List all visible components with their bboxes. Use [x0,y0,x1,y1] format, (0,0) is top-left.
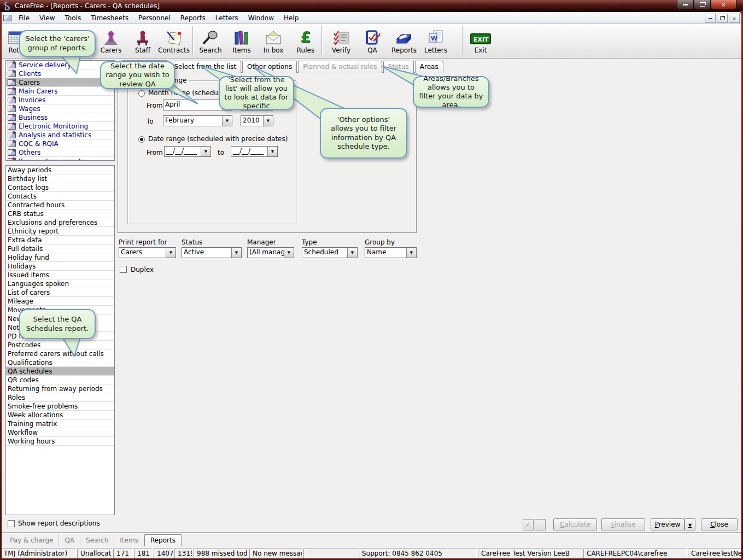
report-item[interactable]: Qualifications [6,358,114,367]
report-item[interactable]: Extra data [6,236,114,244]
group-item[interactable]: Business [6,113,114,122]
group-item[interactable]: Main Carers [6,87,114,96]
menu-window[interactable]: Window [243,13,279,23]
report-item[interactable]: Full details [6,244,114,253]
report-item[interactable]: Week allocations [6,411,114,419]
menu-tools[interactable]: Tools [60,13,86,23]
toolbar-contracts-button[interactable]: Contracts [158,26,190,56]
status-combobox[interactable]: Active ▼ [182,247,242,258]
module-tab-qa[interactable]: QA [59,535,80,546]
report-item[interactable]: Birthday list [6,174,114,183]
toolbar-staff-button[interactable]: Staff [127,26,159,56]
mdi-restore-button[interactable] [717,14,728,23]
group-item[interactable]: CQC & RQIA [6,139,114,148]
report-item[interactable]: Holidays [6,262,114,271]
menu-view[interactable]: View [34,13,60,23]
menu-letters[interactable]: Letters [210,13,243,23]
report-group-icon [8,71,16,77]
checklist-icon [325,26,357,45]
date-from-combobox[interactable]: __/__/____ ▼ [164,146,211,157]
toolbar-items-button[interactable]: Items [226,26,258,56]
report-item[interactable]: Contact logs [6,183,114,192]
restore-button[interactable] [694,0,711,9]
print-report-for-combobox[interactable]: Carers ▼ [119,247,176,258]
report-item[interactable]: List of carers [6,288,114,297]
report-item[interactable]: Mileage [6,297,114,306]
report-item[interactable]: Contacts [6,192,114,201]
report-item[interactable]: Away periods [6,166,114,174]
menu-personnel[interactable]: Personnel [133,13,175,23]
report-item[interactable]: Languages spoken [6,279,114,288]
chevron-down-icon: ▼ [201,147,210,156]
report-item[interactable]: Postcodes [6,341,114,349]
report-item[interactable]: Training matrix [6,419,114,428]
date-to-combobox[interactable]: __/__/____ ▼ [231,146,278,157]
group-item[interactable]: Wages [6,104,114,113]
chevron-down-icon: ▼ [406,248,416,258]
group-item-selected[interactable]: Carers [6,78,114,87]
toolbar-exit-button[interactable]: EXIT Exit [465,26,496,56]
show-report-descriptions-checkbox[interactable] [8,520,15,527]
date-range-radio[interactable] [138,136,145,143]
report-item[interactable]: Working hours [6,437,114,446]
toolbar-label: Search [195,46,226,54]
close-button[interactable]: × [711,0,736,9]
group-item[interactable]: Electronic Monitoring [6,122,114,131]
module-tab-pay-charge[interactable]: Pay & charge [4,535,59,546]
report-item[interactable]: Exclusions and preferences [6,218,114,227]
tab-other-options[interactable]: Other options [242,61,297,73]
toolbar-verify-button[interactable]: Verify [325,26,357,56]
report-item[interactable]: Issued items [6,271,114,279]
toolbar-letters-button[interactable]: W Letters [420,26,452,56]
toolbar-inbox-button[interactable]: In box [258,26,289,56]
group-item[interactable]: Invoices [6,96,114,104]
report-item[interactable]: QR codes [6,376,114,384]
type-combobox[interactable]: Scheduled ▼ [302,247,358,258]
minimize-button[interactable] [677,0,694,9]
report-item[interactable]: Roles [6,393,114,402]
preview-dropdown-button[interactable]: ▼ [685,518,695,530]
report-item[interactable]: Ethnicity report [6,227,114,236]
group-item[interactable]: Others [6,148,114,157]
toolbar-reports-button[interactable]: Reports [388,26,420,56]
menu-reports[interactable]: Reports [175,13,210,23]
month-range-radio[interactable] [138,90,145,97]
manager-combobox[interactable]: (All managers) ▼ [247,247,294,258]
module-tab-items[interactable]: Items [114,535,144,546]
to-month-combobox[interactable]: February ▼ [163,115,232,126]
group-item[interactable]: Your custom reports [6,157,114,161]
menu-file[interactable]: File [14,13,34,23]
tab-areas[interactable]: Areas [415,61,443,73]
to-year-combobox[interactable]: 2010 ▼ [241,115,273,126]
title-bar: CareFree - [Reports - Carers - QA schedu… [0,0,743,12]
duplex-checkbox[interactable] [120,266,127,273]
report-item[interactable]: Returning from away periods [6,384,114,393]
mdi-close-button[interactable]: × [729,14,740,23]
group-item[interactable]: Clients [6,69,114,78]
mdi-minimize-button[interactable] [705,14,716,23]
status-count-4: 1319 [174,549,192,559]
menu-timesheets[interactable]: Timesheets [86,13,133,23]
close-report-button[interactable]: Close [701,518,738,530]
toolbar-qa-button[interactable]: QA [356,26,388,56]
preview-button[interactable]: Preview [651,518,685,530]
module-tab-reports[interactable]: Reports [144,534,182,546]
toolbar-rules-button[interactable]: £ Rules [290,26,321,56]
report-item[interactable]: Workflow [6,428,114,437]
toolbar-search-button[interactable]: Search [195,26,226,56]
report-item[interactable]: CRB status [6,209,114,218]
report-group-icon [8,62,16,68]
group-item[interactable]: Analysis and statistics [6,131,114,139]
document-pen-icon [158,26,190,45]
tab-select-from-list[interactable]: Select from the list [169,61,241,73]
report-item-selected[interactable]: QA schedules [6,367,114,376]
report-item[interactable]: Smoke-free problems [6,402,114,411]
report-item[interactable]: Preferred carers without calls [6,349,114,358]
group-item[interactable]: Service delivery [6,61,114,69]
menu-help[interactable]: Help [279,13,303,23]
group-by-combobox[interactable]: Name ▼ [365,247,417,258]
report-item[interactable]: Holiday fund [6,253,114,262]
report-item[interactable]: Contracted hours [6,201,114,209]
toolbar-carers-button[interactable]: Carers [95,26,127,56]
module-tab-search[interactable]: Search [80,535,114,546]
